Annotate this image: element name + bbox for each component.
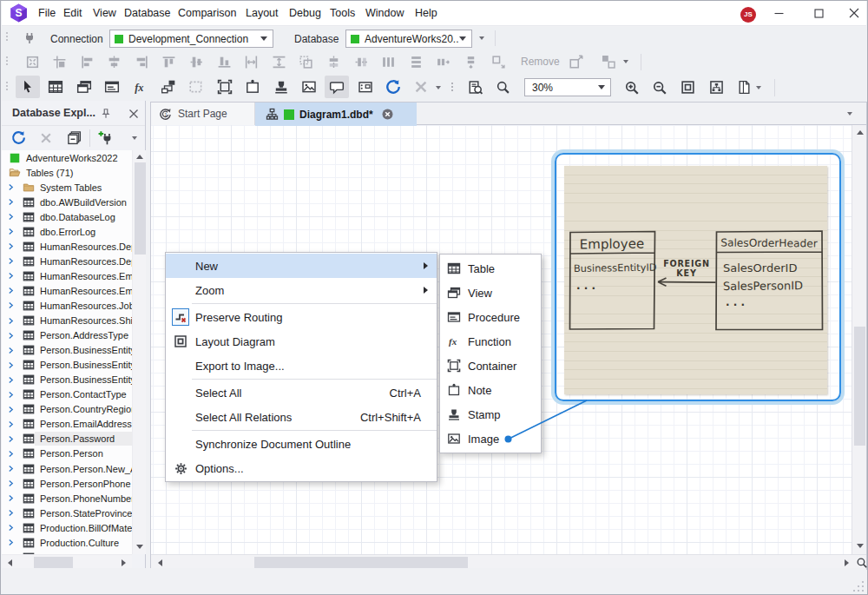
- align-tool-button[interactable]: [297, 52, 316, 71]
- expander-icon[interactable]: [6, 464, 16, 473]
- canvas-horizontal-scrollbar[interactable]: [151, 554, 866, 569]
- expander-icon[interactable]: [6, 405, 16, 414]
- connection-combobox[interactable]: Development_Connection: [109, 30, 273, 48]
- tree-vertical-scrollbar[interactable]: [132, 150, 146, 554]
- expander-icon[interactable]: [6, 449, 16, 459]
- menu-item-preserve-routing[interactable]: Preserve Routing: [166, 305, 437, 329]
- zoom-tool-icon[interactable]: [856, 557, 868, 569]
- tab-list-icon[interactable]: [847, 112, 852, 116]
- scroll-right-icon[interactable]: [122, 559, 126, 566]
- diagram-tool-button[interactable]: [325, 76, 349, 98]
- expander-icon[interactable]: [6, 420, 16, 429]
- menu-debug[interactable]: Debug: [287, 1, 323, 25]
- menu-item-zoom[interactable]: Zoom: [166, 278, 437, 302]
- menu-tools[interactable]: Tools: [328, 1, 357, 25]
- tree-item[interactable]: Person.Person.New_A: [2, 461, 132, 476]
- explorer-toolbar-overflow-icon[interactable]: [132, 136, 137, 140]
- scroll-right-icon[interactable]: [845, 559, 849, 566]
- find-object-button[interactable]: [468, 80, 483, 96]
- tree-item[interactable]: Person.StateProvince: [2, 506, 132, 520]
- zoom-combobox-arrow-icon[interactable]: [598, 85, 605, 89]
- tree-item[interactable]: Production.BillOfMater: [2, 520, 132, 535]
- new-connection-button[interactable]: [98, 130, 114, 146]
- align-tool-button[interactable]: [50, 52, 69, 71]
- scrollbar-thumb[interactable]: [254, 557, 468, 568]
- diagram-image[interactable]: Employee BusinessEntityID . . . SalesOrd…: [564, 166, 827, 394]
- pin-panel-icon[interactable]: [100, 108, 112, 120]
- menu-item-export-to-image[interactable]: Export to Image...: [166, 354, 437, 378]
- expander-icon[interactable]: [6, 227, 16, 236]
- size-to-fit-button[interactable]: [569, 54, 584, 69]
- tree-item[interactable]: Person.Password: [2, 432, 132, 446]
- align-tool-button[interactable]: [132, 52, 151, 71]
- menu-view[interactable]: View: [91, 1, 118, 25]
- expander-icon[interactable]: [6, 523, 16, 532]
- tab-start-page[interactable]: Start Page: [151, 102, 255, 125]
- tree-item[interactable]: Person.Person: [2, 446, 132, 461]
- align-tool-button[interactable]: [325, 52, 344, 71]
- submenu-item[interactable]: Container: [440, 354, 541, 378]
- tree-item[interactable]: HumanResources.Job: [2, 298, 132, 313]
- expander-icon[interactable]: [6, 301, 16, 310]
- expander-icon[interactable]: [6, 212, 16, 221]
- user-avatar[interactable]: JS: [740, 7, 756, 23]
- submenu-item[interactable]: Stamp: [440, 402, 541, 426]
- menu-database[interactable]: Database: [122, 1, 173, 25]
- search-button[interactable]: [496, 80, 510, 95]
- resize-grip[interactable]: [852, 580, 864, 592]
- tree-item[interactable]: HumanResources.Dep: [2, 254, 132, 268]
- menu-window[interactable]: Window: [364, 1, 405, 25]
- diagram-tool-button[interactable]: [297, 76, 321, 98]
- tree-item[interactable]: Person.CountryRegion: [2, 402, 132, 417]
- tree-item[interactable]: Person.BusinessEntity: [2, 343, 132, 358]
- align-tool-button[interactable]: [242, 52, 261, 71]
- tree-item[interactable]: HumanResources.Emp: [2, 283, 132, 298]
- zoom-out-button[interactable]: [652, 80, 667, 96]
- menu-help[interactable]: Help: [413, 1, 439, 25]
- expander-icon[interactable]: [6, 360, 16, 370]
- menu-file[interactable]: File: [36, 1, 57, 25]
- expander-icon[interactable]: [6, 375, 16, 385]
- image-selection-frame[interactable]: Employee BusinessEntityID . . . SalesOrd…: [555, 153, 841, 401]
- align-tool-button[interactable]: [489, 52, 508, 71]
- diagram-tool-button[interactable]: [72, 76, 96, 98]
- menu-item-synchronize-document-outline[interactable]: Synchronize Document Outline: [166, 432, 437, 456]
- submenu-item[interactable]: Procedure: [440, 305, 541, 329]
- expander-icon[interactable]: [6, 197, 16, 207]
- expander-icon[interactable]: [6, 256, 16, 266]
- refresh-button[interactable]: [11, 130, 26, 145]
- menu-item-options[interactable]: Options...: [166, 456, 437, 480]
- expander-icon[interactable]: [6, 434, 16, 444]
- diagram-tool-button[interactable]: [128, 76, 153, 98]
- database-combobox[interactable]: AdventureWorks20...: [345, 30, 472, 48]
- menu-item-layout-diagram[interactable]: Layout Diagram: [166, 329, 437, 354]
- expander-icon[interactable]: [6, 286, 16, 295]
- tree-item[interactable]: System Tables: [2, 180, 132, 195]
- scroll-up-icon[interactable]: [136, 155, 143, 159]
- tree-item[interactable]: Person.PhoneNumber: [2, 491, 132, 506]
- menu-item-select-all[interactable]: Select All Ctrl+A: [166, 380, 437, 405]
- tree-item[interactable]: Person.EmailAddress: [2, 417, 132, 432]
- align-tool-button[interactable]: [379, 52, 398, 71]
- diagram-tool-button[interactable]: [381, 76, 405, 98]
- scrollbar-thumb[interactable]: [34, 557, 73, 568]
- menu-item-select-all-relations[interactable]: Select All Relations Ctrl+Shift+A: [166, 405, 437, 429]
- align-tool-button[interactable]: [160, 52, 179, 71]
- tree-item[interactable]: dbo.ErrorLog: [2, 224, 132, 239]
- tree-item[interactable]: AdventureWorks2022: [2, 150, 132, 165]
- align-tool-button[interactable]: [77, 52, 96, 71]
- toolbar-grip[interactable]: [5, 32, 9, 44]
- expander-icon[interactable]: [6, 316, 16, 326]
- remove-button[interactable]: Remove: [521, 56, 560, 68]
- diagram-tool-button[interactable]: [213, 76, 237, 98]
- submenu-item[interactable]: Image: [440, 426, 541, 451]
- diagram-tool-button[interactable]: [16, 76, 40, 98]
- expander-icon[interactable]: [6, 182, 16, 192]
- regroup-button[interactable]: [601, 54, 616, 69]
- expander-icon[interactable]: [6, 538, 16, 547]
- expander-icon[interactable]: [6, 331, 16, 340]
- align-tool-button[interactable]: [214, 52, 233, 71]
- expander-icon[interactable]: [6, 271, 16, 281]
- tree-item[interactable]: Person.BusinessEntity: [2, 358, 132, 373]
- expander-icon[interactable]: [6, 241, 16, 251]
